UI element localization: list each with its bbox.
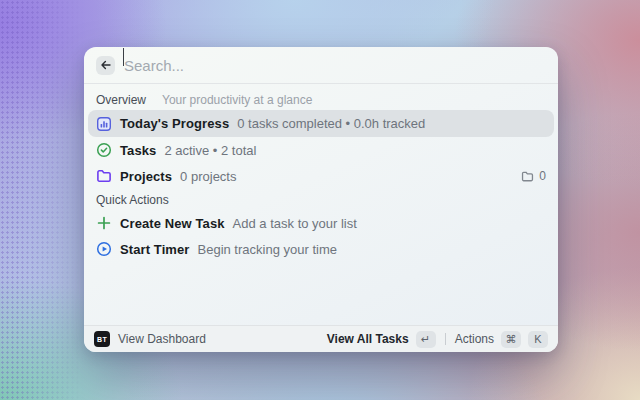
- enter-key-badge[interactable]: ↵: [416, 331, 436, 348]
- play-circle-icon: [96, 241, 112, 257]
- list-item-subtitle: 0 tasks completed • 0.0h tracked: [237, 116, 425, 131]
- back-arrow-icon: [100, 59, 112, 71]
- search-bar: [84, 47, 558, 83]
- list-item-title: Start Timer: [120, 242, 190, 257]
- actions-button[interactable]: Actions: [455, 332, 494, 346]
- list-item-subtitle: Begin tracking your time: [198, 242, 337, 257]
- list-item-subtitle: Add a task to your list: [233, 216, 357, 231]
- section-title: Overview: [96, 93, 146, 107]
- cmd-key-badge[interactable]: ⌘: [501, 331, 521, 348]
- list-item-subtitle: 0 projects: [180, 169, 236, 184]
- section-title: Quick Actions: [96, 193, 169, 207]
- search-field-wrap: [124, 57, 546, 74]
- bar-chart-icon: [96, 116, 112, 132]
- section-note: Your productivity at a glance: [162, 93, 312, 107]
- results-list: Overview Your productivity at a glance T…: [84, 84, 558, 325]
- footer-actions: View All Tasks ↵ Actions ⌘ K: [327, 331, 548, 348]
- plus-icon: [96, 215, 112, 231]
- list-item-title: Today's Progress: [120, 116, 229, 131]
- search-input[interactable]: [124, 57, 546, 74]
- list-item-title: Create New Task: [120, 216, 225, 231]
- list-item-create-new-task[interactable]: Create New Task Add a task to your list: [88, 210, 554, 236]
- list-item-todays-progress[interactable]: Today's Progress 0 tasks completed • 0.0…: [88, 110, 554, 137]
- folder-icon: [96, 168, 112, 184]
- section-header-overview: Overview Your productivity at a glance: [88, 89, 554, 110]
- background-dot-texture: [0, 0, 84, 400]
- footer-bar: BT View Dashboard View All Tasks ↵ Actio…: [84, 325, 558, 352]
- command-palette-window: Overview Your productivity at a glance T…: [84, 47, 558, 352]
- k-key-badge[interactable]: K: [528, 331, 548, 348]
- projects-count: 0: [539, 169, 546, 183]
- folder-count-icon: [521, 170, 534, 183]
- text-caret: [123, 48, 124, 66]
- app-logo-badge: BT: [94, 331, 110, 347]
- view-all-tasks-button[interactable]: View All Tasks: [327, 332, 409, 346]
- section-header-quick-actions: Quick Actions: [88, 189, 554, 210]
- projects-count-accessory: 0: [521, 169, 546, 183]
- list-item-projects[interactable]: Projects 0 projects 0: [88, 163, 554, 189]
- back-button[interactable]: [96, 56, 115, 75]
- list-item-title: Projects: [120, 169, 172, 184]
- check-circle-icon: [96, 142, 112, 158]
- list-item-subtitle: 2 active • 2 total: [164, 143, 256, 158]
- view-dashboard-label[interactable]: View Dashboard: [118, 332, 206, 346]
- list-item-title: Tasks: [120, 143, 156, 158]
- list-item-start-timer[interactable]: Start Timer Begin tracking your time: [88, 236, 554, 262]
- footer-separator: [445, 333, 446, 345]
- list-item-tasks[interactable]: Tasks 2 active • 2 total: [88, 137, 554, 163]
